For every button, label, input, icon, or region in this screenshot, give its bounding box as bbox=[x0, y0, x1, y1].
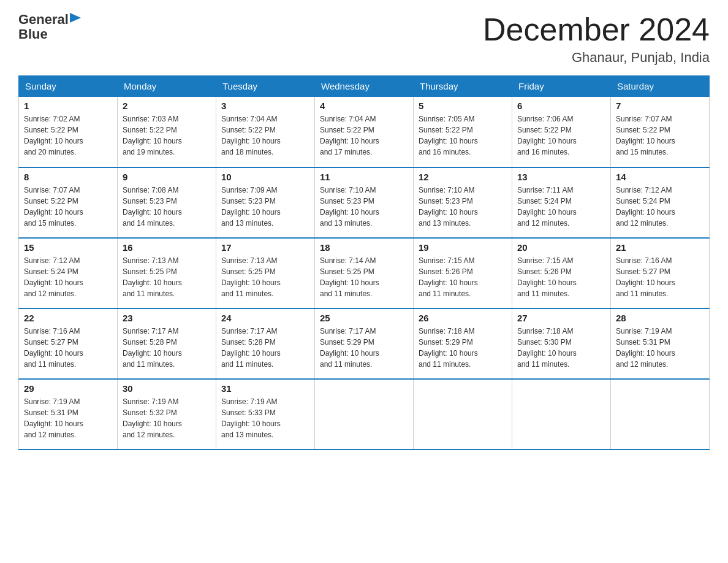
day-number: 21 bbox=[616, 242, 704, 253]
day-number: 19 bbox=[419, 242, 507, 253]
day-number: 27 bbox=[517, 313, 605, 323]
header-saturday: Saturday bbox=[611, 76, 710, 97]
day-number: 20 bbox=[517, 242, 605, 253]
day-number: 5 bbox=[419, 101, 507, 111]
day-number: 30 bbox=[123, 383, 211, 394]
logo-triangle-icon bbox=[70, 13, 81, 24]
week-row-3: 15Sunrise: 7:12 AM Sunset: 5:24 PM Dayli… bbox=[19, 238, 710, 308]
day-info: Sunrise: 7:17 AM Sunset: 5:29 PM Dayligh… bbox=[320, 326, 408, 370]
day-cell bbox=[315, 379, 414, 450]
day-cell: 8Sunrise: 7:07 AM Sunset: 5:22 PM Daylig… bbox=[19, 167, 118, 238]
day-info: Sunrise: 7:17 AM Sunset: 5:28 PM Dayligh… bbox=[221, 326, 309, 370]
location-title: Ghanaur, Punjab, India bbox=[483, 50, 710, 66]
day-number: 16 bbox=[123, 242, 211, 253]
day-cell: 7Sunrise: 7:07 AM Sunset: 5:22 PM Daylig… bbox=[611, 97, 710, 167]
day-cell: 9Sunrise: 7:08 AM Sunset: 5:23 PM Daylig… bbox=[118, 167, 216, 238]
day-info: Sunrise: 7:15 AM Sunset: 5:26 PM Dayligh… bbox=[517, 255, 605, 299]
day-cell: 14Sunrise: 7:12 AM Sunset: 5:24 PM Dayli… bbox=[611, 167, 710, 238]
day-info: Sunrise: 7:19 AM Sunset: 5:32 PM Dayligh… bbox=[123, 396, 211, 440]
day-number: 22 bbox=[24, 313, 112, 323]
day-info: Sunrise: 7:18 AM Sunset: 5:29 PM Dayligh… bbox=[419, 326, 507, 370]
day-cell: 26Sunrise: 7:18 AM Sunset: 5:29 PM Dayli… bbox=[414, 308, 512, 379]
day-number: 15 bbox=[24, 242, 112, 253]
month-title: December 2024 bbox=[483, 12, 710, 47]
day-info: Sunrise: 7:17 AM Sunset: 5:28 PM Dayligh… bbox=[123, 326, 211, 370]
day-number: 28 bbox=[616, 313, 704, 323]
day-cell: 16Sunrise: 7:13 AM Sunset: 5:25 PM Dayli… bbox=[118, 238, 216, 308]
day-number: 25 bbox=[320, 313, 408, 323]
day-cell: 15Sunrise: 7:12 AM Sunset: 5:24 PM Dayli… bbox=[19, 238, 118, 308]
day-number: 4 bbox=[320, 101, 408, 111]
day-number: 3 bbox=[221, 101, 309, 111]
title-block: December 2024 Ghanaur, Punjab, India bbox=[483, 12, 710, 66]
logo-blue: Blue bbox=[18, 26, 48, 42]
header-wednesday: Wednesday bbox=[315, 76, 414, 97]
day-number: 1 bbox=[24, 101, 112, 111]
day-info: Sunrise: 7:10 AM Sunset: 5:23 PM Dayligh… bbox=[419, 185, 507, 229]
header-row: SundayMondayTuesdayWednesdayThursdayFrid… bbox=[19, 76, 710, 97]
day-cell: 4Sunrise: 7:04 AM Sunset: 5:22 PM Daylig… bbox=[315, 97, 414, 167]
day-cell: 20Sunrise: 7:15 AM Sunset: 5:26 PM Dayli… bbox=[512, 238, 611, 308]
day-cell: 2Sunrise: 7:03 AM Sunset: 5:22 PM Daylig… bbox=[118, 97, 216, 167]
header-friday: Friday bbox=[512, 76, 611, 97]
day-info: Sunrise: 7:19 AM Sunset: 5:31 PM Dayligh… bbox=[616, 326, 704, 370]
day-cell: 27Sunrise: 7:18 AM Sunset: 5:30 PM Dayli… bbox=[512, 308, 611, 379]
week-row-5: 29Sunrise: 7:19 AM Sunset: 5:31 PM Dayli… bbox=[19, 379, 710, 450]
day-cell bbox=[611, 379, 710, 450]
day-cell: 25Sunrise: 7:17 AM Sunset: 5:29 PM Dayli… bbox=[315, 308, 414, 379]
day-info: Sunrise: 7:13 AM Sunset: 5:25 PM Dayligh… bbox=[123, 255, 211, 299]
day-number: 13 bbox=[517, 172, 605, 182]
day-cell: 30Sunrise: 7:19 AM Sunset: 5:32 PM Dayli… bbox=[118, 379, 216, 450]
day-info: Sunrise: 7:03 AM Sunset: 5:22 PM Dayligh… bbox=[123, 113, 211, 158]
day-cell: 17Sunrise: 7:13 AM Sunset: 5:25 PM Dayli… bbox=[216, 238, 315, 308]
day-info: Sunrise: 7:19 AM Sunset: 5:31 PM Dayligh… bbox=[24, 396, 112, 440]
day-cell bbox=[414, 379, 512, 450]
day-info: Sunrise: 7:15 AM Sunset: 5:26 PM Dayligh… bbox=[419, 255, 507, 299]
day-number: 14 bbox=[616, 172, 704, 182]
day-number: 24 bbox=[221, 313, 309, 323]
day-cell: 21Sunrise: 7:16 AM Sunset: 5:27 PM Dayli… bbox=[611, 238, 710, 308]
day-cell: 11Sunrise: 7:10 AM Sunset: 5:23 PM Dayli… bbox=[315, 167, 414, 238]
day-number: 8 bbox=[24, 172, 112, 182]
day-number: 12 bbox=[419, 172, 507, 182]
day-number: 7 bbox=[616, 101, 704, 111]
page-header: General Blue December 2024 Ghanaur, Punj… bbox=[18, 12, 710, 66]
day-info: Sunrise: 7:02 AM Sunset: 5:22 PM Dayligh… bbox=[24, 113, 112, 158]
day-number: 2 bbox=[123, 101, 211, 111]
day-info: Sunrise: 7:06 AM Sunset: 5:22 PM Dayligh… bbox=[517, 113, 605, 158]
header-monday: Monday bbox=[118, 76, 216, 97]
day-number: 23 bbox=[123, 313, 211, 323]
day-info: Sunrise: 7:14 AM Sunset: 5:25 PM Dayligh… bbox=[320, 255, 408, 299]
day-number: 6 bbox=[517, 101, 605, 111]
day-number: 18 bbox=[320, 242, 408, 253]
day-info: Sunrise: 7:09 AM Sunset: 5:23 PM Dayligh… bbox=[221, 185, 309, 229]
day-cell: 18Sunrise: 7:14 AM Sunset: 5:25 PM Dayli… bbox=[315, 238, 414, 308]
day-info: Sunrise: 7:18 AM Sunset: 5:30 PM Dayligh… bbox=[517, 326, 605, 370]
day-info: Sunrise: 7:12 AM Sunset: 5:24 PM Dayligh… bbox=[616, 185, 704, 229]
day-info: Sunrise: 7:05 AM Sunset: 5:22 PM Dayligh… bbox=[419, 113, 507, 158]
day-cell: 1Sunrise: 7:02 AM Sunset: 5:22 PM Daylig… bbox=[19, 97, 118, 167]
day-info: Sunrise: 7:12 AM Sunset: 5:24 PM Dayligh… bbox=[24, 255, 112, 299]
day-number: 29 bbox=[24, 383, 112, 394]
day-cell: 3Sunrise: 7:04 AM Sunset: 5:22 PM Daylig… bbox=[216, 97, 315, 167]
svg-marker-0 bbox=[70, 13, 81, 23]
day-number: 11 bbox=[320, 172, 408, 182]
day-info: Sunrise: 7:11 AM Sunset: 5:24 PM Dayligh… bbox=[517, 185, 605, 229]
week-row-4: 22Sunrise: 7:16 AM Sunset: 5:27 PM Dayli… bbox=[19, 308, 710, 379]
day-number: 10 bbox=[221, 172, 309, 182]
header-sunday: Sunday bbox=[19, 76, 118, 97]
day-info: Sunrise: 7:13 AM Sunset: 5:25 PM Dayligh… bbox=[221, 255, 309, 299]
day-info: Sunrise: 7:19 AM Sunset: 5:33 PM Dayligh… bbox=[221, 396, 309, 440]
day-cell bbox=[512, 379, 611, 450]
week-row-2: 8Sunrise: 7:07 AM Sunset: 5:22 PM Daylig… bbox=[19, 167, 710, 238]
day-cell: 10Sunrise: 7:09 AM Sunset: 5:23 PM Dayli… bbox=[216, 167, 315, 238]
day-cell: 13Sunrise: 7:11 AM Sunset: 5:24 PM Dayli… bbox=[512, 167, 611, 238]
day-info: Sunrise: 7:08 AM Sunset: 5:23 PM Dayligh… bbox=[123, 185, 211, 229]
day-cell: 19Sunrise: 7:15 AM Sunset: 5:26 PM Dayli… bbox=[414, 238, 512, 308]
day-info: Sunrise: 7:07 AM Sunset: 5:22 PM Dayligh… bbox=[616, 113, 704, 158]
day-cell: 5Sunrise: 7:05 AM Sunset: 5:22 PM Daylig… bbox=[414, 97, 512, 167]
header-thursday: Thursday bbox=[414, 76, 512, 97]
day-info: Sunrise: 7:16 AM Sunset: 5:27 PM Dayligh… bbox=[24, 326, 112, 370]
day-number: 9 bbox=[123, 172, 211, 182]
day-cell: 23Sunrise: 7:17 AM Sunset: 5:28 PM Dayli… bbox=[118, 308, 216, 379]
